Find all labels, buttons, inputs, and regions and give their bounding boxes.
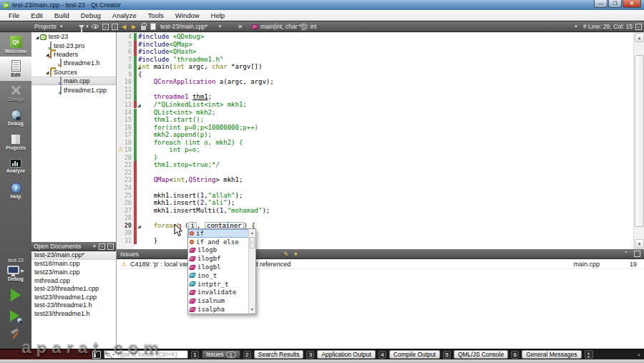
menu-file[interactable]: File — [3, 11, 25, 20]
symbol-selector[interactable]: main(int, char *[]): int — [252, 21, 316, 32]
completion-item-ino-t[interactable]: ino_t — [188, 271, 249, 280]
code-line-24[interactable]: 24 — [117, 184, 633, 192]
open-doc-test23-main-cpp[interactable]: test23/main.cpp — [31, 268, 116, 276]
completion-item-if[interactable]: if — [188, 229, 249, 238]
scroll-right-icon[interactable]: ▲ — [637, 352, 641, 357]
code-line-17[interactable]: 17 mkh2.append(p); — [117, 131, 633, 139]
code-line-4[interactable]: 4 #include <QDebug> — [117, 33, 633, 41]
popup-scroll-down-icon[interactable]: ▼ — [249, 306, 255, 313]
go-back-icon[interactable]: ◀ — [122, 21, 126, 32]
panel-button-search-results[interactable]: Search Results — [254, 350, 304, 359]
debug-run-button[interactable] — [10, 310, 21, 323]
mode-projects[interactable]: Projects — [0, 130, 31, 154]
open-doc-test23-threadme1-cpp[interactable]: test23/threadme1.cpp — [31, 293, 116, 301]
code-line-21[interactable]: 21 thm1.stop=true;*/ — [117, 161, 633, 169]
menu-tools[interactable]: Tools — [142, 11, 170, 20]
code-line-23[interactable]: 23 QMap<int,QString> mkh1; — [117, 176, 633, 184]
code-line-9[interactable]: 9 { — [117, 71, 633, 79]
menu-analyze[interactable]: Analyze — [107, 11, 142, 20]
code-editor[interactable]: 4 #include <QDebug> 5 #include<QMap> 6 #… — [117, 32, 644, 249]
panel-button-compile-output[interactable]: Compile Output — [389, 350, 440, 359]
open-doc-test23-threadme1-h[interactable]: test23/threadme1.h — [31, 309, 116, 318]
expander-icon[interactable]: ◢ — [34, 34, 40, 39]
code-line-10[interactable]: 10 QCoreApplication a(argc, argv); — [117, 78, 633, 86]
overflow-chevron-icon[interactable]: ▼ — [571, 21, 578, 32]
completion-item-ilogb[interactable]: ilogb — [188, 246, 249, 255]
collapse-pane-icon[interactable]: ⌃ — [623, 251, 628, 257]
pane-combo-icon[interactable]: ▼ — [92, 244, 97, 248]
menu-window[interactable]: Window — [170, 11, 205, 20]
sidebar-toggle-icon[interactable] — [92, 351, 101, 359]
open-doc-mthread-cpp[interactable]: mthread.cpp — [31, 276, 116, 285]
open-doc-test-23-threadme1-cpp[interactable]: test-23/threadme1.cpp — [31, 284, 116, 293]
code-line-8[interactable]: 8 ◢ int main(int argc, char *argv[]) — [117, 63, 633, 71]
close-pane-icon[interactable]: ▪ — [107, 243, 114, 250]
completion-item-intptr-t[interactable]: intptr_t — [188, 280, 249, 289]
panel-button-application-output[interactable]: Application Output — [317, 350, 375, 359]
code-line-26[interactable]: 26 mkh1.insert(2,"ali"); — [117, 199, 633, 207]
scroll-up-icon[interactable]: ▲ — [635, 33, 644, 42]
editor-scrollbar[interactable]: ▲ ▼ — [633, 32, 644, 249]
mode-design[interactable]: Design — [0, 81, 31, 105]
filter-categories-icon[interactable]: ✦ — [293, 250, 299, 258]
open-file-selector[interactable]: test-23/main.cpp*▼ — [160, 21, 222, 32]
close-pane-icon[interactable]: ▪ — [112, 21, 118, 32]
split-pane-icon[interactable]: + — [99, 243, 105, 250]
run-button[interactable] — [11, 289, 21, 301]
open-doc-test-23-threadme1-h[interactable]: test-23/threadme1.h — [31, 301, 116, 310]
code-line-16[interactable]: 16 for(int p=0;p<10000000;p++) — [117, 124, 633, 132]
tree-row-threadme1-cpp[interactable]: c threadme1.cpp — [31, 85, 116, 94]
code-line-5[interactable]: 5 #include<QMap> — [117, 41, 633, 49]
completion-item-ilogbl[interactable]: ilogbl — [188, 263, 249, 271]
popup-scrollbar[interactable]: ▲ ▼ — [248, 229, 255, 314]
code-line-20[interactable]: 20 } — [117, 154, 633, 162]
split-editor-icon[interactable]: + — [635, 21, 642, 32]
menu-help[interactable]: Help — [205, 11, 231, 20]
open-doc-test18-main-cpp[interactable]: test18/main.cpp — [31, 260, 116, 268]
code-line-11[interactable]: 11 — [117, 86, 633, 94]
scroll-down-icon[interactable]: ▼ — [635, 239, 644, 248]
kit-selector-button[interactable]: ▶ — [0, 266, 31, 274]
filter-icon[interactable]: ▼ — [79, 21, 89, 32]
projects-pane-selector[interactable]: Projects▼ — [34, 21, 64, 32]
code-line-6[interactable]: 6 #include<QHash> — [117, 48, 633, 56]
tree-row-threadme1-h[interactable]: h threadme1.h — [31, 59, 116, 67]
go-forward-icon[interactable]: ▶ — [132, 21, 136, 32]
code-line-25[interactable]: 25 mkh1.insert(1,"allah"); — [117, 192, 633, 200]
mode-help[interactable]: ? Help — [0, 178, 31, 203]
completion-item-isalpha[interactable]: isalpha — [188, 305, 249, 314]
restore-button[interactable]: ❐ — [608, 0, 622, 8]
code-line-12[interactable]: 12 threadme1 thm1; — [117, 93, 633, 101]
minimize-button[interactable]: — — [594, 0, 608, 8]
code-line-15[interactable]: 15 thm1.start(); — [117, 116, 633, 124]
filter-warnings-icon[interactable]: ✎ — [283, 250, 289, 258]
code-line-19[interactable]: ⚠ 19 int p=o; — [117, 146, 633, 154]
code-line-27[interactable]: 27 mkh1.insertMulti(1,"mohamad"); — [117, 207, 633, 215]
completion-item-if-and-else[interactable]: if and else — [188, 238, 249, 246]
code-line-28[interactable]: 28 — [117, 214, 633, 222]
panel-button-qml-js-console[interactable]: QML/JS Console — [454, 350, 508, 359]
locator-input[interactable]: ▼ Type to locate (Ctrl+K) — [104, 350, 188, 359]
sync-with-editor-icon[interactable] — [92, 21, 99, 32]
mode-edit[interactable]: Edit — [0, 57, 31, 81]
expander-icon[interactable]: ◢ — [44, 69, 50, 74]
code-line-13[interactable]: 13 ◢ /*QLinkedList<int> mkh1; — [117, 101, 633, 109]
mode-debug[interactable]: Debug — [0, 105, 31, 130]
tree-row-test-23-pro[interactable]: q test-23.pro — [31, 41, 116, 49]
popup-scrollbar-thumb[interactable] — [250, 237, 255, 248]
mode-analyze[interactable]: Analyze — [0, 154, 31, 178]
split-pane-icon[interactable]: + — [102, 21, 109, 32]
code-line-7[interactable]: 7 #include "threadme1.h" — [117, 56, 633, 64]
close-document-icon[interactable]: ✕ — [238, 21, 243, 32]
build-button[interactable] — [9, 329, 22, 339]
tree-row-test-23[interactable]: ◢ Qt test-23 — [31, 32, 116, 41]
scrollbar-thumb[interactable] — [635, 55, 644, 227]
menu-debug[interactable]: Debug — [75, 11, 107, 20]
completion-item-isalnum[interactable]: isalnum — [188, 296, 249, 305]
menu-build[interactable]: Build — [49, 11, 75, 20]
completion-item-ilogbf[interactable]: ilogbf — [188, 254, 249, 263]
panel-button-general-messages[interactable]: General Messages — [522, 350, 581, 359]
code-line-18[interactable]: 18 foreach (int o, mkh2) { — [117, 139, 633, 147]
open-doc-test-23-main-cpp-[interactable]: test-23/main.cpp* — [31, 251, 116, 260]
code-line-22[interactable]: 22 — [117, 169, 633, 177]
